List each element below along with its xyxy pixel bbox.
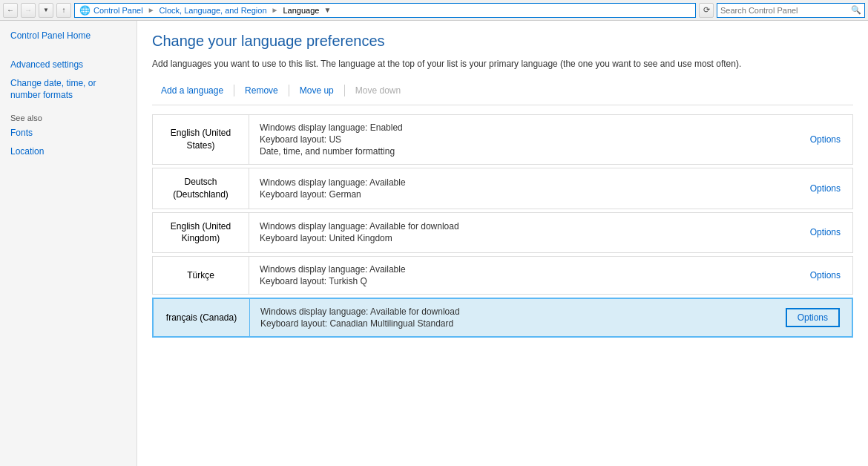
see-also-label: See also bbox=[10, 114, 126, 122]
refresh-button[interactable]: ⟳ bbox=[699, 3, 714, 18]
language-detail-0-3: Date, time, and number formatting bbox=[260, 146, 800, 157]
language-item-2[interactable]: English (United Kingdom) Windows display… bbox=[152, 212, 853, 254]
up-button[interactable]: ↑ bbox=[56, 3, 71, 18]
page-description: Add languages you want to use to this li… bbox=[152, 57, 853, 70]
language-toolbar: Add a language Remove Move up Move down bbox=[152, 82, 853, 105]
options-link-1[interactable]: Options bbox=[810, 183, 841, 194]
toolbar-separator-3 bbox=[344, 85, 345, 96]
language-item-1[interactable]: Deutsch (Deutschland) Windows display la… bbox=[152, 168, 853, 209]
search-input[interactable] bbox=[720, 6, 851, 15]
sidebar-advanced-link[interactable]: Advanced settings bbox=[10, 59, 126, 71]
breadcrumb-control-panel[interactable]: Control Panel bbox=[93, 6, 143, 15]
add-language-button[interactable]: Add a language bbox=[152, 82, 232, 99]
search-box: 🔍 bbox=[717, 3, 865, 18]
sidebar-fonts-link[interactable]: Fonts bbox=[10, 127, 126, 140]
language-detail-4-1: Windows display language: Available for … bbox=[260, 306, 775, 317]
dropdown-button[interactable]: ▼ bbox=[39, 3, 53, 18]
search-icon[interactable]: 🔍 bbox=[851, 5, 861, 15]
back-button[interactable]: ← bbox=[3, 3, 18, 18]
breadcrumb-sep-2: ► bbox=[272, 6, 279, 14]
toolbar-separator-2 bbox=[289, 85, 289, 96]
language-detail-2-2: Keyboard layout: United Kingdom bbox=[260, 233, 800, 243]
language-options-0: Options bbox=[810, 115, 852, 164]
language-item-3[interactable]: Türkçe Windows display language: Availab… bbox=[152, 256, 853, 295]
language-options-2: Options bbox=[810, 213, 852, 253]
options-button-4[interactable]: Options bbox=[786, 308, 840, 327]
language-options-1: Options bbox=[810, 168, 852, 209]
breadcrumb-clock[interactable]: Clock, Language, and Region bbox=[160, 6, 267, 15]
language-detail-0-1: Windows display language: Enabled bbox=[260, 122, 800, 133]
toolbar-separator-1 bbox=[234, 85, 234, 96]
globe-icon: 🌐 bbox=[79, 5, 91, 16]
language-details-1: Windows display language: Available Keyb… bbox=[249, 168, 810, 209]
language-details-3: Windows display language: Available Keyb… bbox=[249, 257, 810, 294]
language-detail-0-2: Keyboard layout: US bbox=[260, 134, 800, 145]
page-title: Change your language preferences bbox=[152, 33, 853, 50]
language-item-4[interactable]: français (Canada) Windows display langua… bbox=[152, 298, 853, 338]
language-name-4: français (Canada) bbox=[154, 299, 250, 336]
address-dropdown-arrow[interactable]: ▼ bbox=[323, 6, 331, 14]
options-link-3[interactable]: Options bbox=[810, 270, 841, 280]
options-link-2[interactable]: Options bbox=[810, 227, 841, 237]
breadcrumb-language: Language bbox=[283, 6, 319, 15]
address-bar: 🌐 Control Panel ► Clock, Language, and R… bbox=[74, 3, 696, 18]
title-bar: ← → ▼ ↑ 🌐 Control Panel ► Clock, Languag… bbox=[0, 0, 868, 21]
language-options-4: Options bbox=[786, 299, 852, 336]
language-details-2: Windows display language: Available for … bbox=[249, 213, 810, 253]
language-details-4: Windows display language: Available for … bbox=[250, 299, 786, 336]
language-detail-1-1: Windows display language: Available bbox=[260, 177, 800, 188]
language-item-0[interactable]: English (United States) Windows display … bbox=[152, 114, 853, 165]
language-list: English (United States) Windows display … bbox=[152, 114, 853, 341]
move-up-button[interactable]: Move up bbox=[291, 82, 343, 99]
main-layout: Control Panel Home Advanced settings Cha… bbox=[0, 21, 868, 466]
language-detail-3-1: Windows display language: Available bbox=[260, 264, 800, 275]
language-detail-1-2: Keyboard layout: German bbox=[260, 189, 800, 200]
language-name-3: Türkçe bbox=[153, 257, 249, 294]
sidebar-date-link[interactable]: Change date, time, or number formats bbox=[10, 77, 126, 102]
breadcrumb-sep-1: ► bbox=[148, 6, 155, 14]
options-link-0[interactable]: Options bbox=[810, 134, 841, 145]
language-detail-4-2: Keyboard layout: Canadian Multilingual S… bbox=[260, 318, 775, 329]
move-down-button[interactable]: Move down bbox=[346, 82, 410, 99]
language-detail-3-2: Keyboard layout: Turkish Q bbox=[260, 276, 800, 286]
language-detail-2-1: Windows display language: Available for … bbox=[260, 221, 800, 232]
language-details-0: Windows display language: Enabled Keyboa… bbox=[249, 115, 810, 164]
language-name-1: Deutsch (Deutschland) bbox=[153, 168, 249, 209]
sidebar: Control Panel Home Advanced settings Cha… bbox=[0, 21, 137, 466]
sidebar-location-link[interactable]: Location bbox=[10, 145, 126, 158]
content-area: Change your language preferences Add lan… bbox=[137, 21, 868, 466]
language-name-0: English (United States) bbox=[153, 115, 249, 164]
language-name-2: English (United Kingdom) bbox=[153, 213, 249, 253]
remove-button[interactable]: Remove bbox=[236, 82, 287, 99]
forward-button[interactable]: → bbox=[21, 3, 36, 18]
sidebar-home-link[interactable]: Control Panel Home bbox=[10, 30, 126, 42]
language-options-3: Options bbox=[810, 257, 852, 294]
